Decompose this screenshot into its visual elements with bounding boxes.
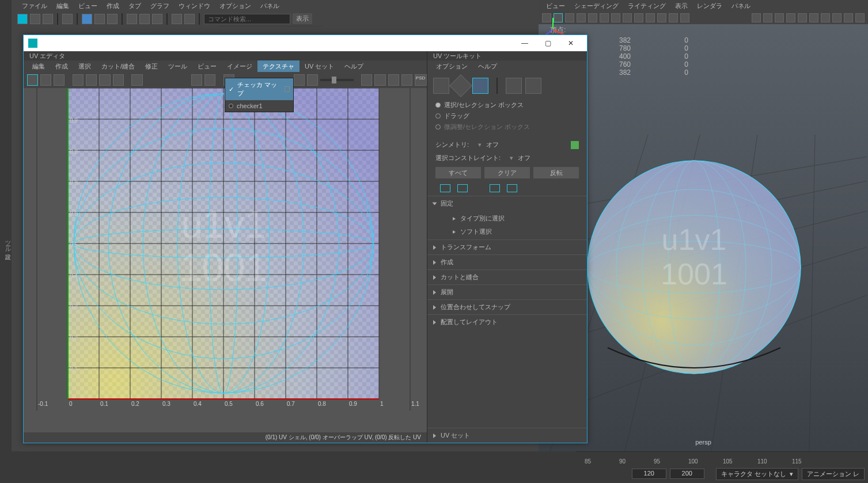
uv-tool-icon[interactable]	[86, 74, 97, 86]
component-shell-icon[interactable]	[525, 78, 541, 94]
uv-tool-icon[interactable]	[73, 74, 84, 86]
section-header[interactable]: 展開	[427, 285, 587, 299]
uv-tool-icon[interactable]	[361, 74, 372, 86]
vp-icon[interactable]	[821, 13, 830, 22]
menu-item[interactable]: イメージ	[222, 60, 257, 72]
section-header[interactable]: 固定	[427, 196, 587, 211]
menu-item[interactable]: ヘルプ	[339, 60, 369, 72]
vp-icon[interactable]	[600, 13, 609, 22]
convert-icon[interactable]	[440, 184, 450, 192]
shelf-btn-icon[interactable]	[82, 14, 92, 24]
component-uv-icon[interactable]	[506, 78, 522, 94]
menu-item[interactable]: 編集	[52, 0, 74, 12]
menu-item[interactable]: タブ	[124, 0, 146, 12]
selection-mode-option[interactable]: 微調整/セレクション ボックス	[435, 121, 579, 132]
component-edge-icon[interactable]	[449, 74, 472, 97]
menu-item[interactable]: ヘルプ	[473, 60, 502, 72]
vp-icon[interactable]	[844, 13, 853, 22]
menu-item[interactable]: 作成	[102, 0, 124, 12]
character-set-dropdown[interactable]: キャラクタ セットなし ▾	[716, 468, 798, 480]
selection-mode-option[interactable]: 選択/セレクション ボックス	[435, 100, 579, 111]
selection-action-button[interactable]: すべて	[435, 167, 481, 178]
convert-icon[interactable]	[490, 184, 500, 192]
component-face-icon[interactable]	[433, 78, 449, 94]
vp-icon[interactable]	[611, 13, 620, 22]
selection-mode-option[interactable]: ドラッグ	[435, 111, 579, 121]
shelf-btn-icon[interactable]	[127, 14, 137, 24]
symmetry-row[interactable]: シンメトリ: ▾ オフ	[427, 138, 587, 151]
uv-tool-icon[interactable]	[204, 74, 215, 86]
dialog-titlebar[interactable]: — ▢ ✕	[24, 35, 587, 51]
shelf-btn-icon[interactable]	[94, 14, 105, 24]
menu-item[interactable]: ツール	[163, 60, 192, 72]
menu-item[interactable]: レンダラ	[692, 0, 727, 12]
menu-item[interactable]: ウィンドウ	[174, 0, 215, 12]
minimize-button[interactable]: —	[513, 35, 536, 51]
uv-tool-icon[interactable]	[131, 74, 142, 86]
component-object-icon[interactable]	[472, 78, 488, 94]
frame-end-field[interactable]: 200	[670, 469, 704, 479]
maximize-button[interactable]: ▢	[536, 35, 559, 51]
vp-icon[interactable]	[669, 13, 678, 22]
uv-tool-icon[interactable]	[113, 74, 124, 86]
vp-icon[interactable]	[752, 13, 761, 22]
vp-icon[interactable]	[646, 13, 655, 22]
vp-icon[interactable]	[634, 13, 643, 22]
uv-tool-icon[interactable]	[27, 74, 38, 86]
frame-start-field[interactable]: 120	[632, 469, 666, 479]
uv-tool-icon[interactable]	[307, 74, 318, 86]
vp-icon[interactable]	[809, 13, 818, 22]
shelf-btn-icon[interactable]	[184, 14, 195, 24]
anim-layer-dropdown[interactable]: アニメーション レ	[802, 468, 865, 480]
uv-tool-icon[interactable]: PSD	[415, 74, 427, 86]
menu-item[interactable]: カット/縫合	[96, 60, 140, 72]
menu-item[interactable]: 表示	[670, 0, 692, 12]
uv-tool-icon[interactable]	[388, 74, 399, 86]
vp-icon[interactable]	[763, 13, 772, 22]
vp-icon[interactable]	[798, 13, 807, 22]
vp-icon[interactable]	[775, 13, 784, 22]
menu-item[interactable]: グラフ	[146, 0, 174, 12]
menu-item[interactable]: 選択	[73, 60, 96, 72]
section-header[interactable]: UV セット	[427, 428, 587, 443]
command-run-button[interactable]: 表示	[293, 13, 312, 24]
uv-tool-icon[interactable]	[401, 74, 412, 86]
menu-item[interactable]: 作成	[50, 60, 73, 72]
shelf-btn-icon[interactable]	[152, 14, 162, 24]
menu-item[interactable]: オプション	[215, 0, 256, 12]
uv-tool-icon[interactable]	[99, 74, 110, 86]
menu-item[interactable]: ビュー	[74, 0, 102, 12]
command-search-input[interactable]	[204, 14, 290, 24]
menu-item[interactable]: ファイル	[17, 0, 52, 12]
menu-item[interactable]: 修正	[140, 60, 163, 72]
shelf-toggle-icon[interactable]	[17, 14, 28, 24]
subsection[interactable]: タイプ別に選択	[441, 212, 587, 225]
menu-item[interactable]: ビュー	[541, 0, 570, 12]
vp-icon[interactable]	[657, 13, 666, 22]
menu-item-checker1[interactable]: checker1	[225, 100, 293, 112]
shelf-btn-icon[interactable]	[62, 14, 73, 24]
section-header[interactable]: カットと縫合	[427, 270, 587, 284]
options-box-icon[interactable]	[285, 86, 290, 92]
menu-item[interactable]: ライティング	[623, 0, 670, 12]
close-button[interactable]: ✕	[559, 35, 582, 51]
uv-tool-icon[interactable]	[40, 74, 51, 86]
uv-tool-icon[interactable]	[54, 74, 65, 86]
timeline[interactable]: 859095100105110115	[576, 451, 868, 466]
section-header[interactable]: トランスフォーム	[427, 240, 587, 254]
shelf-btn-icon[interactable]	[172, 14, 182, 24]
shelf-btn-icon[interactable]	[30, 14, 40, 24]
section-header[interactable]: 位置合わせしてスナップ	[427, 300, 587, 314]
vp-icon[interactable]	[623, 13, 632, 22]
vp-icon[interactable]	[832, 13, 842, 22]
convert-icon[interactable]	[457, 184, 468, 192]
selection-action-button[interactable]: 反転	[533, 167, 579, 178]
shelf-btn-icon[interactable]	[43, 14, 53, 24]
menu-item-checker-map[interactable]: ✓ チェッカ マップ	[225, 78, 293, 100]
uv-dim-slider[interactable]	[320, 79, 353, 81]
menu-item[interactable]: オプション	[431, 60, 473, 72]
menu-item[interactable]: UV セット	[300, 60, 339, 72]
shelf-btn-icon[interactable]	[139, 14, 150, 24]
convert-icon[interactable]	[507, 184, 517, 192]
vp-icon[interactable]	[588, 13, 597, 22]
